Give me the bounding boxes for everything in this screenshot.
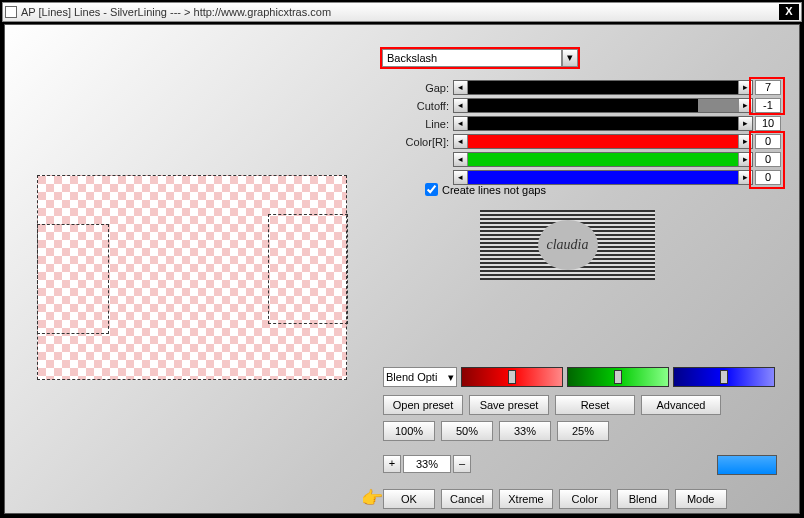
slider-track[interactable]: [468, 117, 738, 130]
zoom-minus-button[interactable]: –: [453, 455, 471, 473]
zoom-25-button[interactable]: 25%: [557, 421, 609, 441]
zoom-button-row: 100% 50% 33% 25%: [383, 421, 609, 441]
reset-button[interactable]: Reset: [555, 395, 635, 415]
param-row-gap: Gap: ◂▸ 7: [398, 79, 781, 96]
param-label: Color[R]:: [398, 136, 453, 148]
zoom-stepper-row: + 33% –: [383, 455, 471, 473]
zoom-value[interactable]: 33%: [403, 455, 451, 473]
param-label: Gap:: [398, 82, 453, 94]
blend-mode-select[interactable]: Blend Opti▾: [383, 367, 457, 387]
blue-adjust-slider[interactable]: [673, 367, 775, 387]
titlebar: AP [Lines] Lines - SilverLining --- > ht…: [2, 2, 802, 22]
param-row-color-g: ◂▸ 0: [398, 151, 781, 168]
arrow-right-icon[interactable]: ▸: [738, 81, 752, 94]
color-r-slider[interactable]: ◂▸: [453, 134, 753, 149]
slider-thumb[interactable]: [614, 370, 622, 384]
color-button[interactable]: Color: [559, 489, 611, 509]
zoom-plus-button[interactable]: +: [383, 455, 401, 473]
app-icon: [5, 6, 17, 18]
gap-value[interactable]: 7: [755, 80, 781, 95]
param-label: Line:: [398, 118, 453, 130]
zoom-50-button[interactable]: 50%: [441, 421, 493, 441]
arrow-right-icon[interactable]: ▸: [738, 135, 752, 148]
slider-track[interactable]: [468, 81, 738, 94]
blend-row: Blend Opti▾: [383, 367, 775, 387]
param-row-cutoff: Cutoff: ◂▸ -1: [398, 97, 781, 114]
open-preset-button[interactable]: Open preset: [383, 395, 463, 415]
params-panel: Gap: ◂▸ 7 Cutoff: ◂▸ -1 Line: ◂▸ 10 Colo…: [398, 79, 781, 187]
logo-badge: claudia: [538, 220, 598, 270]
arrow-left-icon[interactable]: ◂: [454, 135, 468, 148]
line-slider[interactable]: ◂▸: [453, 116, 753, 131]
selection-marquee: [268, 214, 348, 324]
blend-mode-label: Blend Opti: [386, 368, 448, 386]
pattern-dropdown-value: Backslash: [382, 49, 562, 67]
arrow-left-icon[interactable]: ◂: [454, 81, 468, 94]
create-lines-checkbox-row: Create lines not gaps: [425, 183, 546, 196]
pointer-hand-icon: 👉: [361, 487, 383, 509]
color-g-slider[interactable]: ◂▸: [453, 152, 753, 167]
param-label: Cutoff:: [398, 100, 453, 112]
arrow-right-icon[interactable]: ▸: [738, 171, 752, 184]
color-g-value[interactable]: 0: [755, 152, 781, 167]
ok-button[interactable]: OK: [383, 489, 435, 509]
arrow-right-icon[interactable]: ▸: [738, 117, 752, 130]
slider-track[interactable]: [468, 153, 738, 166]
line-value[interactable]: 10: [755, 116, 781, 131]
param-row-line: Line: ◂▸ 10: [398, 115, 781, 132]
cutoff-value[interactable]: -1: [755, 98, 781, 113]
chevron-down-icon: ▾: [448, 368, 454, 386]
color-swatch[interactable]: [717, 455, 777, 475]
arrow-left-icon[interactable]: ◂: [454, 117, 468, 130]
cutoff-slider[interactable]: ◂▸: [453, 98, 753, 113]
gap-slider[interactable]: ◂▸: [453, 80, 753, 95]
preview-canvas: [37, 175, 347, 380]
action-button-row: OK Cancel Xtreme Color Blend Mode: [383, 489, 727, 509]
color-b-value[interactable]: 0: [755, 170, 781, 185]
arrow-left-icon[interactable]: ◂: [454, 153, 468, 166]
xtreme-button[interactable]: Xtreme: [499, 489, 552, 509]
zoom-33-button[interactable]: 33%: [499, 421, 551, 441]
zoom-100-button[interactable]: 100%: [383, 421, 435, 441]
logo-preview: claudia: [480, 210, 655, 280]
color-r-value[interactable]: 0: [755, 134, 781, 149]
slider-thumb[interactable]: [508, 370, 516, 384]
selection-marquee: [37, 224, 109, 334]
save-preset-button[interactable]: Save preset: [469, 395, 549, 415]
zoom-stepper: + 33% –: [383, 455, 471, 473]
arrow-left-icon[interactable]: ◂: [454, 99, 468, 112]
cancel-button[interactable]: Cancel: [441, 489, 493, 509]
advanced-button[interactable]: Advanced: [641, 395, 721, 415]
create-lines-checkbox[interactable]: [425, 183, 438, 196]
mode-button[interactable]: Mode: [675, 489, 727, 509]
slider-track[interactable]: [468, 135, 738, 148]
arrow-right-icon[interactable]: ▸: [738, 153, 752, 166]
preset-button-row: Open preset Save preset Reset Advanced: [383, 395, 721, 415]
close-button[interactable]: X: [779, 4, 799, 20]
slider-thumb[interactable]: [720, 370, 728, 384]
red-adjust-slider[interactable]: [461, 367, 563, 387]
green-adjust-slider[interactable]: [567, 367, 669, 387]
window-title: AP [Lines] Lines - SilverLining --- > ht…: [21, 6, 779, 18]
param-row-color-r: Color[R]: ◂▸ 0: [398, 133, 781, 150]
slider-track[interactable]: [468, 99, 738, 112]
chevron-down-icon[interactable]: ▾: [562, 49, 578, 67]
checkbox-label: Create lines not gaps: [442, 184, 546, 196]
client-area: Backslash ▾ Gap: ◂▸ 7 Cutoff: ◂▸ -1 Line…: [4, 24, 800, 514]
blend-button[interactable]: Blend: [617, 489, 669, 509]
arrow-right-icon[interactable]: ▸: [738, 99, 752, 112]
pattern-dropdown[interactable]: Backslash ▾: [380, 47, 580, 69]
